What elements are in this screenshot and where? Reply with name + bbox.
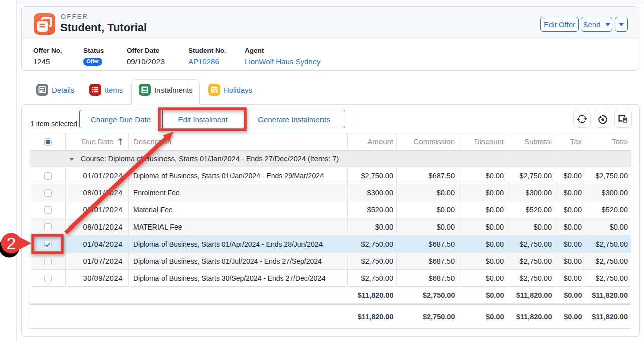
svg-text:2: 2 [7,234,16,253]
